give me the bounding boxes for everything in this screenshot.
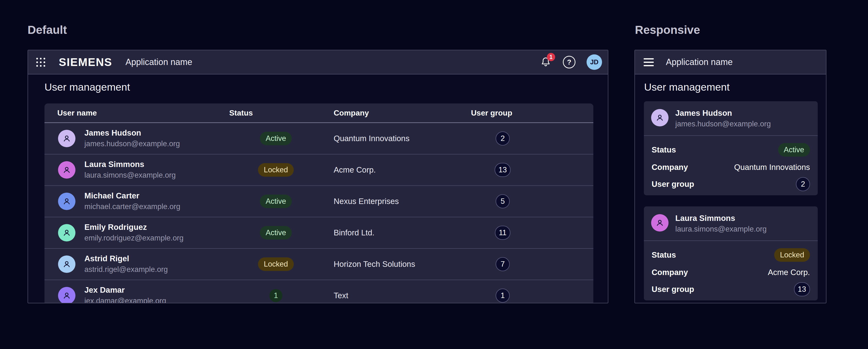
card-field-status: Status Locked <box>652 248 810 262</box>
table-row[interactable]: James Hudson james.hudson@example.org Ac… <box>44 123 593 154</box>
person-icon <box>61 196 72 207</box>
user-card[interactable]: Laura Simmons laura.simons@example.org S… <box>644 207 818 300</box>
notification-badge: 1 <box>547 53 555 61</box>
user-name: James Hudson <box>675 108 732 118</box>
status-badge: Locked <box>774 248 810 262</box>
user-email: astrid.rigel@example.org <box>84 265 168 274</box>
card-field-company: Company Quantum Innovations <box>652 160 810 174</box>
dot <box>43 65 45 67</box>
person-icon <box>61 290 72 301</box>
application-name: Application name <box>125 57 192 67</box>
user-email: michael.carter@example.org <box>84 202 180 211</box>
field-label: Status <box>652 250 676 260</box>
company-name: Horizon Tech Solutions <box>334 260 415 269</box>
field-label: Company <box>652 268 688 277</box>
company-name: Binford Ltd. <box>334 228 374 237</box>
column-header-user-group: User group <box>471 108 512 118</box>
table-row[interactable]: Michael Carter michael.carter@example.or… <box>44 186 593 217</box>
user-name: Astrid Rigel <box>84 254 129 263</box>
user-avatar <box>58 161 75 179</box>
person-icon <box>61 133 72 144</box>
user-email: laura.simons@example.org <box>84 171 176 180</box>
app-header: SIEMENS Application name 1 ? JD <box>28 50 608 74</box>
user-group-count: 2 <box>796 177 810 191</box>
user-card-header: Laura Simmons laura.simons@example.org <box>644 207 818 241</box>
user-avatar <box>58 224 75 242</box>
column-header-company: Company <box>334 108 369 118</box>
page-title: User management <box>44 81 130 93</box>
user-avatar <box>651 109 669 126</box>
siemens-logo: SIEMENS <box>59 56 112 69</box>
notifications-button[interactable]: 1 <box>540 56 552 68</box>
section-heading-default: Default <box>28 23 67 36</box>
user-group-count: 7 <box>496 257 510 271</box>
default-app-window: SIEMENS Application name 1 ? JD User man… <box>28 50 608 303</box>
dot <box>36 61 38 63</box>
user-name: James Hudson <box>84 128 141 137</box>
application-name: Application name <box>666 57 733 67</box>
table-row[interactable]: Astrid Rigel astrid.rigel@example.org Lo… <box>44 249 593 280</box>
menu-bar <box>644 62 654 63</box>
user-avatar <box>58 193 75 210</box>
card-field-user-group: User group 13 <box>652 282 810 296</box>
user-menu-avatar[interactable]: JD <box>587 54 602 70</box>
help-icon[interactable]: ? <box>563 56 576 68</box>
menu-icon[interactable] <box>644 58 654 66</box>
user-group-count: 11 <box>495 226 510 240</box>
user-group-count: 5 <box>496 194 510 208</box>
person-icon <box>61 165 72 175</box>
company-name: Quantum Innovations <box>334 134 410 143</box>
section-heading-responsive: Responsive <box>635 23 700 36</box>
company-name: Acme Corp. <box>768 268 810 277</box>
user-email: emily.rodriguez@example.org <box>84 234 184 243</box>
status-badge: Active <box>260 226 292 240</box>
person-icon <box>61 227 72 238</box>
table-row[interactable]: Laura Simmons laura.simons@example.org L… <box>44 154 593 186</box>
page-title: User management <box>644 81 730 93</box>
person-icon <box>654 218 665 228</box>
company-name: Nexus Enterprises <box>334 197 399 206</box>
dot <box>43 58 45 59</box>
status-badge: 1 <box>269 289 282 302</box>
dot <box>40 58 41 59</box>
user-avatar <box>58 255 75 273</box>
table-row[interactable]: Jex Damar jex.damar@example.org 1 Text 1 <box>44 280 593 303</box>
user-email: laura.simons@example.org <box>675 225 767 233</box>
user-email: james.hudson@example.org <box>675 120 771 128</box>
user-name: Laura Simmons <box>675 214 735 223</box>
user-card-header: James Hudson james.hudson@example.org <box>644 101 818 136</box>
card-field-user-group: User group 2 <box>652 177 810 191</box>
dot <box>36 65 38 67</box>
dot <box>36 58 38 59</box>
status-badge: Locked <box>258 163 294 177</box>
user-group-count: 13 <box>495 163 510 177</box>
user-card[interactable]: James Hudson james.hudson@example.org St… <box>644 101 818 195</box>
field-label: User group <box>652 180 694 189</box>
card-field-status: Status Active <box>652 143 810 157</box>
status-badge: Active <box>260 195 292 208</box>
user-avatar <box>58 130 75 147</box>
menu-bar <box>644 65 654 66</box>
status-badge: Locked <box>258 257 294 271</box>
app-switcher-icon[interactable] <box>36 58 45 67</box>
field-label: Status <box>652 145 676 154</box>
company-name: Quantum Innovations <box>734 163 810 172</box>
status-badge: Active <box>260 132 292 145</box>
user-email: james.hudson@example.org <box>84 139 180 148</box>
user-name: Jex Damar <box>84 285 125 295</box>
table-header-row: User name Status Company User group <box>44 103 593 123</box>
table-row[interactable]: Emily Rodriguez emily.rodriguez@example.… <box>44 217 593 249</box>
person-icon <box>61 259 72 269</box>
user-group-count: 13 <box>794 282 810 296</box>
dot <box>40 61 41 63</box>
user-group-count: 1 <box>496 289 510 303</box>
user-name: Emily Rodriguez <box>84 223 147 232</box>
responsive-app-window: Application name User management James H… <box>634 50 827 303</box>
company-name: Acme Corp. <box>334 165 376 174</box>
column-header-status: Status <box>229 108 253 118</box>
menu-bar <box>644 58 654 59</box>
header-actions: 1 ? JD <box>540 54 602 70</box>
user-avatar <box>651 214 669 231</box>
user-table: User name Status Company User group Jame… <box>44 103 593 303</box>
dot <box>43 61 45 63</box>
